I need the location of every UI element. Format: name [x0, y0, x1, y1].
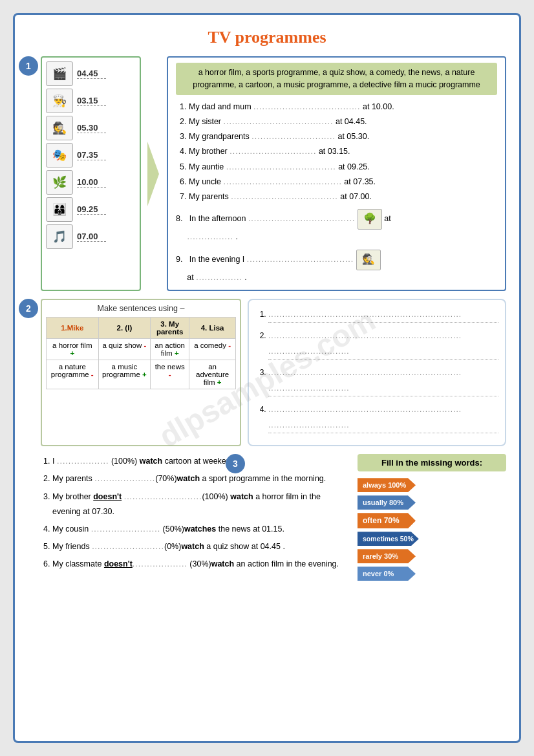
image-icon-3: 🕵️	[46, 116, 73, 140]
make-table: 1.Mike 2. (I) 3. My parents 4. Lisa a ho…	[46, 317, 236, 389]
page-title: TV programmes	[28, 28, 506, 47]
badge-2: 2	[19, 299, 38, 318]
page: dlpsamples.com TV programmes 1 🎬 04.45 👨…	[13, 13, 521, 743]
time-7: 07.00	[77, 232, 106, 242]
time-2: 03.15	[77, 96, 106, 106]
cell-1-4: a comedy -	[189, 339, 236, 360]
freq-often: often 70%	[358, 513, 506, 528]
cell-1-2: a quiz show -	[98, 339, 151, 360]
image-row-4: 🎭 07.35	[46, 143, 136, 167]
section3-right: Fill in the missing words: always 100% u…	[358, 454, 506, 584]
freq-always: always 100%	[358, 478, 506, 492]
sentence-7: My parents .............................…	[189, 190, 497, 204]
time-5: 10.00	[77, 177, 106, 188]
col-i: 2. (I)	[98, 318, 151, 339]
sentence-9: 9. In the evening I ....................…	[176, 250, 497, 285]
time-3: 05.30	[77, 123, 106, 133]
freq-rarely-label: rarely 30%	[358, 549, 416, 563]
time-4: 07.35	[77, 150, 106, 160]
fill-line-1: ........................................…	[268, 307, 498, 323]
freq-sometimes-label: sometimes 50%	[358, 532, 419, 546]
cell-2-4: an adventure film +	[189, 360, 236, 389]
sentence-8: 8. In the afternoon ....................…	[176, 209, 497, 244]
cell-2-1: a nature programme -	[47, 360, 99, 389]
sentence-6: My uncle ...............................…	[189, 175, 497, 189]
image-row-3: 🕵️ 05.30	[46, 116, 136, 140]
image-icon-6: 👨‍👩‍👦	[46, 197, 73, 222]
s3-1: I .................. (100%) watch cartoo…	[52, 454, 350, 469]
cell-1-3: an action film +	[151, 339, 189, 360]
image-icon-5: 🌿	[46, 170, 73, 195]
freq-rarely: rarely 30%	[358, 549, 506, 563]
sentence-3: My grandparents ........................…	[189, 130, 497, 144]
frequency-bars: always 100% usually 80% often 70% someti…	[358, 478, 506, 581]
fill-lines: ........................................…	[255, 307, 498, 433]
s3-5: My friends .........................(0%)…	[52, 539, 350, 554]
section2: 2 Make sentences using – 1.Mike 2. (I) 3…	[28, 299, 506, 446]
sentence-4: My brother .............................…	[189, 145, 497, 158]
section3-sentences: I .................. (100%) watch cartoo…	[41, 454, 350, 584]
section2-right: ........................................…	[248, 299, 506, 446]
fill-header: Fill in the missing words:	[358, 454, 506, 471]
image-icon-4: 🎭	[46, 143, 73, 167]
fill-line-3: ........................................…	[268, 365, 498, 396]
freq-usually: usually 80%	[358, 495, 506, 510]
col-mike: 1.Mike	[47, 318, 99, 339]
image-row-1: 🎬 04.45	[46, 61, 136, 86]
sentence-2: My sister ..............................…	[189, 115, 497, 129]
freq-never: never 0%	[358, 567, 506, 581]
col-parents: 3. My parents	[151, 318, 189, 339]
badge-1: 1	[19, 56, 38, 76]
cell-2-2: a music programme +	[98, 360, 151, 389]
image-icon-7: 🎵	[46, 224, 73, 249]
time-1: 04.45	[77, 69, 106, 79]
image-icon-2: 👨‍🍳	[46, 89, 73, 113]
col-lisa: 4. Lisa	[189, 318, 236, 339]
word-bank: a horror film, a sports programme, a qui…	[176, 63, 497, 95]
freq-sometimes: sometimes 50%	[358, 532, 506, 546]
section2-left: Make sentences using – 1.Mike 2. (I) 3. …	[41, 299, 241, 446]
cell-2-3: the news -	[151, 360, 189, 389]
sentences-list: My dad and mum .........................…	[176, 100, 497, 285]
freq-usually-label: usually 80%	[358, 495, 416, 510]
image-icon-1: 🎬	[46, 61, 73, 86]
section1: 1 🎬 04.45 👨‍🍳 03.15 🕵️ 05.30 🎭 07.35 🌿 1…	[28, 56, 506, 291]
s3-2: My parents .....................(70%)wat…	[52, 471, 350, 486]
sentence-1: My dad and mum .........................…	[189, 100, 497, 114]
image-row-2: 👨‍🍳 03.15	[46, 89, 136, 113]
image-list: 🎬 04.45 👨‍🍳 03.15 🕵️ 05.30 🎭 07.35 🌿 10.…	[41, 56, 141, 291]
section3: 3 I .................. (100%) watch cart…	[28, 454, 506, 584]
freq-never-label: never 0%	[358, 567, 416, 581]
image-row-5: 🌿 10.00	[46, 170, 136, 195]
freq-often-label: often 70%	[358, 513, 416, 528]
s3-3: My brother doesn't .....................…	[52, 490, 350, 519]
cell-1-1: a horror film +	[47, 339, 99, 360]
section1-right-box: a horror film, a sports programme, a qui…	[167, 56, 506, 291]
time-6: 09.25	[77, 204, 106, 215]
image-row-6: 👨‍👩‍👦 09.25	[46, 197, 136, 222]
image-row-7: 🎵 07.00	[46, 224, 136, 249]
fill-line-2: ........................................…	[268, 328, 498, 360]
freq-always-label: always 100%	[358, 478, 416, 492]
s3-4: My cousin ........................ (50%)…	[52, 522, 350, 537]
make-sentences-title: Make sentences using –	[46, 304, 236, 313]
sentence-5: My auntie ..............................…	[189, 160, 497, 174]
fill-line-4: ........................................…	[268, 402, 498, 433]
s3-6: My classmate doesn't................... …	[52, 557, 350, 572]
